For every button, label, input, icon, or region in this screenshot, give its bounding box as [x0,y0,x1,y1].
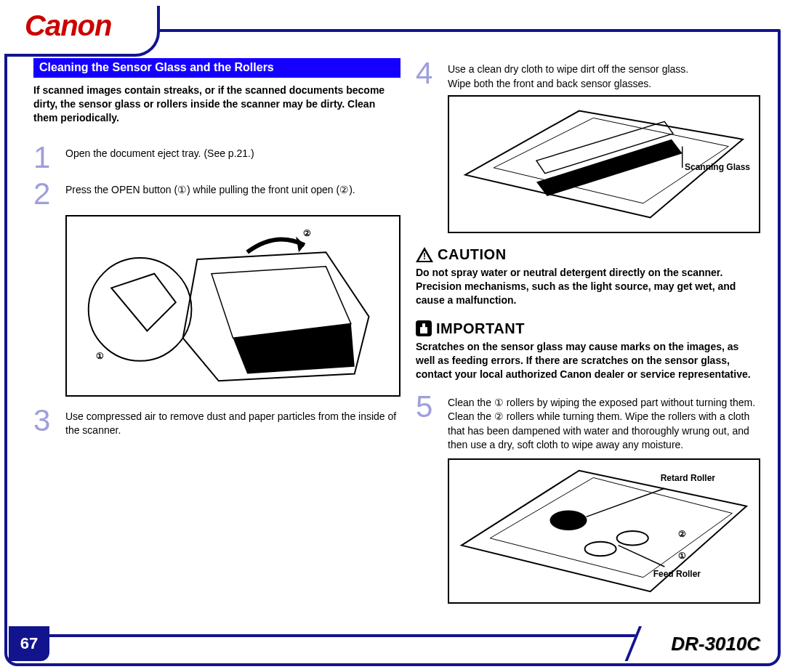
scanning-glass-label: Scanning Glass [685,162,750,172]
caution-body: Do not spray water or neutral detergent … [416,266,760,307]
callout-marker-2: ② [303,228,311,238]
step-2: 2 Press the OPEN button (①) while pullin… [33,179,400,209]
brand-logo: Canon [25,10,144,41]
step-text: Use compressed air to remove dust and pa… [65,405,400,438]
svg-point-5 [617,531,648,546]
important-header: IMPORTANT [416,320,760,337]
svg-point-4 [585,542,616,556]
step-number: 3 [33,405,65,436]
intro-text: If scanned images contain streaks, or if… [33,84,400,125]
right-column: 4 Use a clean dry cloth to wipe dirt off… [416,58,760,612]
logo-container: Canon [4,6,160,57]
model-tab: DR-3010C [639,626,776,661]
step4-line1: Use a clean dry cloth to wipe dirt off t… [448,63,688,75]
page-number: 67 [20,634,38,653]
step-text: Use a clean dry cloth to wipe dirt off t… [448,58,760,91]
step-5: 5 Clean the ① rollers by wiping the expo… [416,392,760,453]
step-text: Clean the ① rollers by wiping the expose… [448,392,760,453]
step-text: Open the document eject tray. (See p.21.… [65,142,400,161]
caution-header: ! CAUTION [416,246,760,263]
model-number: DR-3010C [671,633,760,655]
svg-line-6 [587,488,665,517]
scanner-open-diagram [67,216,399,395]
section-title: Cleaning the Sensor Glass and the Roller… [33,58,400,78]
roller-marker-1: ① [678,551,686,561]
caution-icon: ! [416,247,433,263]
step-text: Press the OPEN button (①) while pulling … [65,179,400,198]
step-number: 5 [416,392,448,422]
step-number: 1 [33,142,65,173]
figure-step2: ① ② [65,215,400,397]
step-number: 2 [33,179,65,209]
svg-point-0 [89,258,192,361]
roller-marker-2: ② [678,529,686,539]
step4-line2: Wipe both the front and back sensor glas… [448,78,651,89]
manual-page: Canon Cleaning the Sensor Glass and the … [0,0,785,672]
step-4: 4 Use a clean dry cloth to wipe dirt off… [416,58,760,91]
figure-step5: Retard Roller Feed Roller ① ② [448,458,760,604]
figure-step4: Scanning Glass [448,95,760,233]
svg-point-3 [550,510,587,530]
step-number: 4 [416,58,448,89]
important-body: Scratches on the sensor glass may cause … [416,340,760,381]
step-3: 3 Use compressed air to remove dust and … [33,405,400,438]
step-1: 1 Open the document eject tray. (See p.2… [33,142,400,173]
caution-title: CAUTION [438,246,507,263]
retard-roller-label: Retard Roller [661,473,715,483]
svg-line-7 [619,546,665,567]
important-title: IMPORTANT [436,320,525,337]
important-icon [416,320,432,336]
callout-marker-1: ① [96,351,104,361]
page-number-tab: 67 [9,626,49,661]
left-column: Cleaning the Sensor Glass and the Roller… [33,58,400,444]
feed-roller-label: Feed Roller [653,569,701,579]
svg-marker-1 [296,236,305,252]
